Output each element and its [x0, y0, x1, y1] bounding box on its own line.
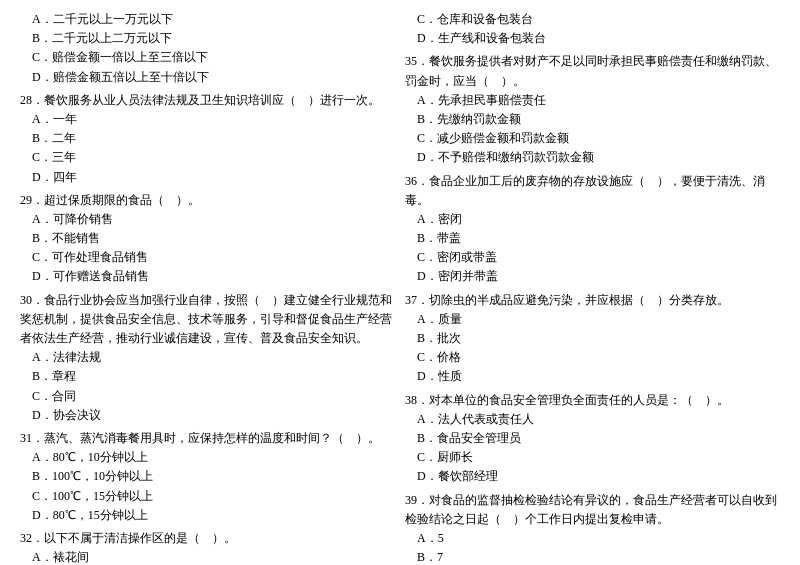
option-text: A．二千元以上一万元以下: [20, 10, 395, 29]
content-columns: A．二千元以上一万元以下B．二千元以上二万元以下C．赔偿金额一倍以上至三倍以下D…: [20, 10, 780, 565]
option-text: C．减少赔偿金额和罚款金额: [405, 129, 780, 148]
option-text: B．章程: [20, 367, 395, 386]
question-block: 28．餐饮服务从业人员法律法规及卫生知识培训应（ ）进行一次。A．一年B．二年C…: [20, 91, 395, 187]
question-text: 31．蒸汽、蒸汽消毒餐用具时，应保持怎样的温度和时间？（ ）。: [20, 429, 395, 448]
question-block: 39．对食品的监督抽检检验结论有异议的，食品生产经营者可以自收到检验结论之日起（…: [405, 491, 780, 566]
option-text: A．5: [405, 529, 780, 548]
option-text: B．批次: [405, 329, 780, 348]
option-text: D．四年: [20, 168, 395, 187]
option-text: D．不予赔偿和缴纳罚款罚款金额: [405, 148, 780, 167]
option-text: C．密闭或带盖: [405, 248, 780, 267]
question-text: 37．切除虫的半成品应避免污染，并应根据（ ）分类存放。: [405, 291, 780, 310]
option-text: B．二年: [20, 129, 395, 148]
question-block: C．仓库和设备包装台D．生产线和设备包装台: [405, 10, 780, 48]
option-text: B．带盖: [405, 229, 780, 248]
question-block: A．二千元以上一万元以下B．二千元以上二万元以下C．赔偿金额一倍以上至三倍以下D…: [20, 10, 395, 87]
question-text: 35．餐饮服务提供者对财产不足以同时承担民事赔偿责任和缴纳罚款、罚金时，应当（ …: [405, 52, 780, 90]
question-block: 29．超过保质期限的食品（ ）。A．可降价销售B．不能销售C．可作处理食品销售D…: [20, 191, 395, 287]
option-text: A．法律法规: [20, 348, 395, 367]
option-text: B．7: [405, 548, 780, 565]
option-text: C．赔偿金额一倍以上至三倍以下: [20, 48, 395, 67]
option-text: B．先缴纳罚款金额: [405, 110, 780, 129]
option-text: D．密闭并带盖: [405, 267, 780, 286]
option-text: A．一年: [20, 110, 395, 129]
exam-page: A．二千元以上一万元以下B．二千元以上二万元以下C．赔偿金额一倍以上至三倍以下D…: [20, 10, 780, 565]
option-text: D．餐饮部经理: [405, 467, 780, 486]
option-text: C．100℃，15分钟以上: [20, 487, 395, 506]
option-text: C．三年: [20, 148, 395, 167]
question-block: 35．餐饮服务提供者对财产不足以同时承担民事赔偿责任和缴纳罚款、罚金时，应当（ …: [405, 52, 780, 167]
question-block: 38．对本单位的食品安全管理负全面责任的人员是：（ ）。A．法人代表或责任人B．…: [405, 391, 780, 487]
option-text: A．法人代表或责任人: [405, 410, 780, 429]
option-text: D．性质: [405, 367, 780, 386]
option-text: D．80℃，15分钟以上: [20, 506, 395, 525]
question-block: 30．食品行业协会应当加强行业自律，按照（ ）建立健全行业规范和奖惩机制，提供食…: [20, 291, 395, 425]
option-text: C．价格: [405, 348, 780, 367]
question-block: 32．以下不属于清洁操作区的是（ ）。A．裱花间B．备餐场所C．裱花间D．备餐场…: [20, 529, 395, 565]
option-text: B．食品安全管理员: [405, 429, 780, 448]
question-text: 28．餐饮服务从业人员法律法规及卫生知识培训应（ ）进行一次。: [20, 91, 395, 110]
option-text: A．裱花间: [20, 548, 395, 565]
option-text: C．合同: [20, 387, 395, 406]
option-text: C．仓库和设备包装台: [405, 10, 780, 29]
question-block: 31．蒸汽、蒸汽消毒餐用具时，应保持怎样的温度和时间？（ ）。A．80℃，10分…: [20, 429, 395, 525]
question-block: 36．食品企业加工后的废弃物的存放设施应（ ），要便于清洗、消毒。A．密闭B．带…: [405, 172, 780, 287]
option-text: A．80℃，10分钟以上: [20, 448, 395, 467]
question-text: 32．以下不属于清洁操作区的是（ ）。: [20, 529, 395, 548]
question-text: 29．超过保质期限的食品（ ）。: [20, 191, 395, 210]
option-text: D．可作赠送食品销售: [20, 267, 395, 286]
question-text: 36．食品企业加工后的废弃物的存放设施应（ ），要便于清洗、消毒。: [405, 172, 780, 210]
option-text: A．质量: [405, 310, 780, 329]
left-column: A．二千元以上一万元以下B．二千元以上二万元以下C．赔偿金额一倍以上至三倍以下D…: [20, 10, 395, 565]
option-text: D．协会决议: [20, 406, 395, 425]
option-text: A．先承担民事赔偿责任: [405, 91, 780, 110]
option-text: C．可作处理食品销售: [20, 248, 395, 267]
option-text: D．赔偿金额五倍以上至十倍以下: [20, 68, 395, 87]
question-text: 39．对食品的监督抽检检验结论有异议的，食品生产经营者可以自收到检验结论之日起（…: [405, 491, 780, 529]
option-text: B．二千元以上二万元以下: [20, 29, 395, 48]
option-text: D．生产线和设备包装台: [405, 29, 780, 48]
question-block: 37．切除虫的半成品应避免污染，并应根据（ ）分类存放。A．质量B．批次C．价格…: [405, 291, 780, 387]
option-text: B．100℃，10分钟以上: [20, 467, 395, 486]
option-text: A．可降价销售: [20, 210, 395, 229]
option-text: B．不能销售: [20, 229, 395, 248]
question-text: 30．食品行业协会应当加强行业自律，按照（ ）建立健全行业规范和奖惩机制，提供食…: [20, 291, 395, 349]
right-column: C．仓库和设备包装台D．生产线和设备包装台35．餐饮服务提供者对财产不足以同时承…: [405, 10, 780, 565]
option-text: C．厨师长: [405, 448, 780, 467]
question-text: 38．对本单位的食品安全管理负全面责任的人员是：（ ）。: [405, 391, 780, 410]
option-text: A．密闭: [405, 210, 780, 229]
